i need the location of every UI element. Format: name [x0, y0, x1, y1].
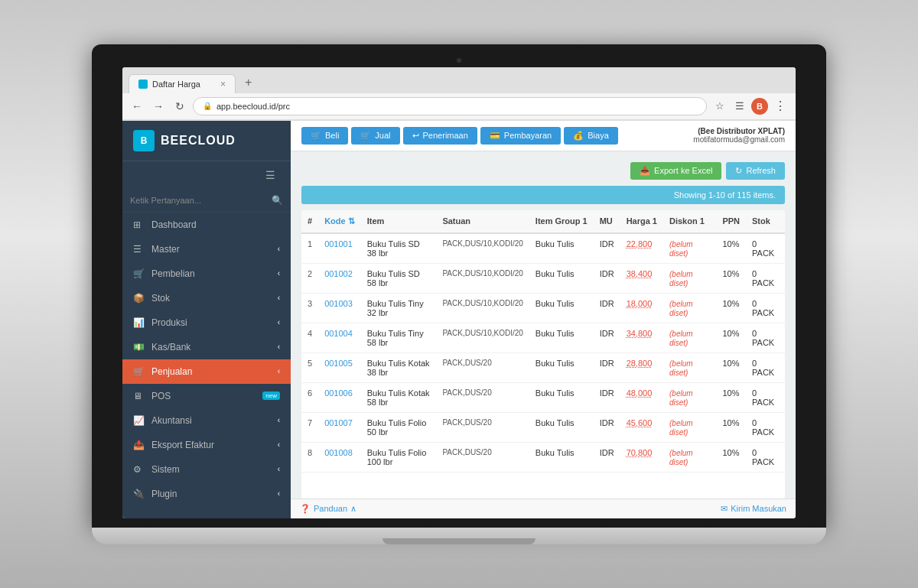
- user-info: (Bee Distributor XPLAT) motifatormuda@gm…: [693, 127, 785, 144]
- cell-harga[interactable]: 28,800: [620, 352, 663, 382]
- nav-icon: 🖥: [133, 391, 144, 401]
- sidebar-item-sistem[interactable]: ⚙ Sistem ‹: [122, 457, 291, 482]
- action-bar: 📥 Export ke Excel ↻ Refresh: [301, 162, 785, 180]
- sidebar-item-penjualan[interactable]: 🛒 Penjualan ‹: [122, 359, 291, 384]
- nav-label: Produksi: [151, 317, 270, 328]
- sidebar: B BEECLOUD ☰ 🔍 ⊞ Dashboard ☰ Master: [122, 121, 291, 518]
- cell-harga[interactable]: 48,000: [620, 382, 663, 412]
- info-bar: Showing 1-10 of 115 items.: [301, 186, 785, 204]
- nav-btn-icon: 💳: [490, 131, 500, 141]
- nav-arrow: ‹: [278, 465, 280, 473]
- cell-satuan: PACK,DUS/10,KODI/20: [436, 263, 529, 293]
- cell-satuan: PACK,DUS/20: [436, 352, 529, 382]
- bookmark-icon[interactable]: ☆: [711, 98, 728, 115]
- nav-btn-icon: ↩: [412, 131, 419, 141]
- hamburger-button[interactable]: ☰: [258, 164, 283, 186]
- cell-harga[interactable]: 45,600: [620, 412, 663, 442]
- cell-no: 7: [301, 412, 318, 442]
- sidebar-item-pembelian[interactable]: 🛒 Pembelian ‹: [122, 262, 291, 286]
- sidebar-item-pos[interactable]: 🖥 POS new: [122, 384, 291, 408]
- pembayaran-nav-button[interactable]: 💳 Pembayaran: [480, 127, 561, 145]
- cell-kode: 001005: [318, 352, 361, 382]
- cell-item-group: Buku Tulis: [529, 323, 594, 352]
- cell-ppn: 10%: [716, 323, 746, 352]
- cell-harga[interactable]: 22,800: [620, 233, 663, 264]
- table-row: 5 001005 Buku Tulis Kotak 38 lbr PACK,DU…: [301, 352, 785, 382]
- sidebar-item-stok[interactable]: 📦 Stok ‹: [122, 286, 291, 310]
- cell-no: 4: [301, 323, 318, 352]
- camera: [457, 58, 461, 63]
- refresh-icon: ↻: [735, 166, 742, 176]
- nav-arrow: ‹: [278, 489, 280, 498]
- cell-satuan: PACK,DUS/20: [436, 412, 529, 442]
- nav-icon: 🛒: [133, 268, 144, 279]
- cell-item: Buku Tulis SD 58 lbr: [361, 263, 437, 293]
- cell-satuan: PACK,DUS/20: [436, 442, 529, 472]
- kirim-label: Kirim Masukan: [731, 504, 786, 513]
- browser-menu-button[interactable]: ⋮: [771, 99, 789, 113]
- cell-item: Buku Tulis Tiny 32 lbr: [361, 293, 437, 323]
- cell-harga[interactable]: 38,400: [620, 263, 663, 293]
- active-tab[interactable]: Daftar Harga ×: [129, 74, 236, 93]
- cell-stok: 0 PACK: [746, 382, 785, 412]
- tab-close-button[interactable]: ×: [220, 79, 226, 89]
- lock-icon: 🔒: [203, 102, 212, 110]
- cell-mu: IDR: [594, 293, 620, 323]
- address-text: app.beecloud.id/prc: [216, 102, 290, 111]
- table-header: # Kode ⇅ Item Satuan Item Group 1 MU Har…: [301, 210, 785, 233]
- cell-diskon: (belum diset): [663, 412, 716, 442]
- reload-button[interactable]: ↻: [171, 98, 188, 115]
- refresh-button[interactable]: ↻ Refresh: [726, 162, 785, 180]
- cell-item: Buku Tulis Folio 100 lbr: [361, 442, 437, 472]
- export-excel-button[interactable]: 📥 Export ke Excel: [630, 162, 721, 180]
- sidebar-item-plugin[interactable]: 🔌 Plugin ‹: [122, 482, 291, 506]
- cell-stok: 0 PACK: [746, 293, 785, 323]
- cell-mu: IDR: [594, 412, 620, 442]
- biaya-nav-button[interactable]: 💰 Biaya: [564, 127, 618, 145]
- sidebar-item-akuntansi[interactable]: 📈 Akuntansi ‹: [122, 408, 291, 433]
- sidebar-logo: B BEECLOUD: [122, 121, 291, 161]
- menu-icon[interactable]: ☰: [731, 98, 748, 115]
- col-diskon: Diskon 1: [663, 210, 716, 233]
- cell-item-group: Buku Tulis: [529, 442, 594, 472]
- nav-label: Eksport Efaktur: [151, 440, 270, 450]
- jual-nav-button[interactable]: 🛒 Jual: [351, 127, 399, 145]
- cell-item: Buku Tulis Folio 50 lbr: [361, 412, 437, 442]
- kirim-masukan-button[interactable]: ✉ Kirim Masukan: [721, 504, 786, 514]
- cell-item-group: Buku Tulis: [529, 352, 594, 382]
- cell-harga[interactable]: 70,800: [620, 442, 663, 472]
- sidebar-item-produksi[interactable]: 📊 Produksi ‹: [122, 310, 291, 335]
- forward-button[interactable]: →: [150, 98, 167, 115]
- cell-item: Buku Tulis Kotak 58 lbr: [361, 382, 437, 412]
- cell-satuan: PACK,DUS/10,KODI/20: [436, 293, 529, 323]
- search-input[interactable]: [130, 196, 267, 205]
- sidebar-item-master[interactable]: ☰ Master ‹: [122, 237, 291, 262]
- nav-icon: 📤: [133, 440, 144, 450]
- col-kode[interactable]: Kode ⇅: [318, 210, 361, 233]
- new-tab-button[interactable]: +: [237, 72, 259, 93]
- cell-mu: IDR: [594, 263, 620, 293]
- cell-no: 3: [301, 293, 318, 323]
- laptop-base: [92, 528, 826, 544]
- sidebar-item-eksport-efaktur[interactable]: 📤 Eksport Efaktur ‹: [122, 433, 291, 457]
- nav-icon: 📦: [133, 293, 144, 304]
- panduan-button[interactable]: ❓ Panduan ∧: [300, 504, 356, 514]
- sidebar-item-kasbank[interactable]: 💵 Kas/Bank ‹: [122, 335, 291, 359]
- cell-harga[interactable]: 18,000: [620, 293, 663, 323]
- sidebar-item-dashboard[interactable]: ⊞ Dashboard: [122, 213, 291, 237]
- bottom-bar: ❓ Panduan ∧ ✉ Kirim Masukan: [291, 499, 796, 518]
- cell-harga[interactable]: 34,800: [620, 323, 663, 352]
- price-table: # Kode ⇅ Item Satuan Item Group 1 MU Har…: [301, 210, 785, 473]
- nav-arrow: ‹: [278, 343, 280, 351]
- back-button[interactable]: ←: [129, 98, 145, 115]
- logo-icon: B: [133, 130, 155, 151]
- beli-nav-button[interactable]: 🛒 Beli: [301, 127, 348, 145]
- refresh-label: Refresh: [746, 166, 776, 175]
- address-bar[interactable]: 🔒 app.beecloud.id/prc: [193, 97, 707, 115]
- nav-label: Stok: [151, 293, 270, 304]
- screen-bezel: Daftar Harga × + ← → ↻ 🔒 app.beecloud.id…: [92, 44, 826, 528]
- laptop-shell: Daftar Harga × + ← → ↻ 🔒 app.beecloud.id…: [92, 44, 826, 544]
- penerimaan-nav-button[interactable]: ↩ Penerimaan: [403, 127, 477, 145]
- col-item-group: Item Group 1: [529, 210, 594, 233]
- tab-favicon: [138, 80, 148, 89]
